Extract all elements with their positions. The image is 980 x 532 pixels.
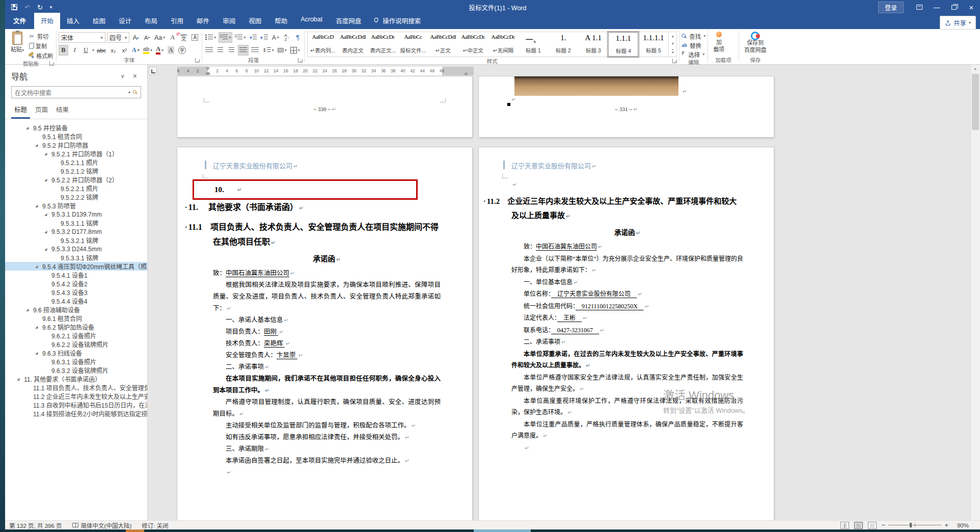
nav-tab-页面[interactable]: 页面	[32, 103, 51, 119]
paragraph[interactable]: 法定代表人： 王彬 ↵	[511, 312, 743, 325]
page-330[interactable]: ~ 330 ~↵	[177, 76, 472, 137]
clear-formatting-button[interactable]: A	[168, 32, 177, 43]
nav-tree-item[interactable]: 11.4 接到捞油任务2小时内能够到达指定捞...	[5, 409, 147, 418]
nav-tree-item[interactable]: ◢9.5.3 防喷管	[5, 201, 147, 210]
align-right-button[interactable]	[227, 45, 236, 56]
style-card[interactable]: AaBbCcDdI↵正文	[428, 32, 458, 57]
customize-qat-icon[interactable]: ▾	[50, 5, 52, 10]
highlight-color-button[interactable]: ab▾	[142, 45, 153, 56]
line-spacing-button[interactable]: ⇕▾	[261, 45, 275, 56]
paragraph[interactable]: 主动接受相关单位及监管部门的监督与管理，积极配合各项工作。↵	[213, 420, 441, 432]
read-mode-button[interactable]	[840, 522, 849, 529]
paragraph[interactable]: ↵	[511, 442, 743, 455]
ribbon-tab-1[interactable]: 开始	[34, 13, 60, 29]
paragraph[interactable]: 本单位高度重视环境保护工作，严格遵守环保法律法规，采取有效措施防治污染，保护生态…	[511, 395, 743, 419]
replace-button[interactable]: ab替换	[682, 41, 705, 49]
ribbon-tab-6[interactable]: 引用	[164, 13, 190, 29]
show-marks-button[interactable]: ¶	[293, 32, 303, 43]
grow-font-button[interactable]: A▴	[131, 32, 141, 43]
font-color-button[interactable]: A▾	[155, 45, 165, 56]
expand-arrow-icon[interactable]: ◢	[35, 143, 42, 147]
paragraph[interactable]: 安全管理负责人：卞显崇 ↵	[213, 350, 441, 361]
paragraph[interactable]: ▪11.1 项目负责人、技术负责人、安全管理负责人在项目实施期间不得在其他项目任…	[213, 220, 441, 250]
style-card[interactable]: AaBbCcDc表内正文...	[368, 32, 398, 57]
paragraph[interactable]: 单位名称： 辽宁天意实业股份有限公司 ↵	[511, 288, 743, 301]
paragraph[interactable]: 联系电话： 0427-3231067 ↵	[511, 325, 743, 337]
character-shading-button[interactable]: A	[166, 45, 176, 56]
expand-arrow-icon[interactable]: ◢	[44, 178, 51, 182]
nav-tree-item[interactable]: ◢9.5.2 井口防喷器	[5, 141, 147, 149]
expand-arrow-icon[interactable]: ◢	[17, 377, 24, 381]
paragraph[interactable]: 一、单位基本信息↵	[511, 277, 743, 289]
style-card[interactable]: 1.标题 2	[548, 32, 578, 57]
expand-arrow-icon[interactable]: ◢	[44, 152, 51, 156]
nav-search-input[interactable]: 在文档中搜索 ▾	[11, 86, 141, 98]
language-indicator[interactable]: 简体中文(中国大陆)	[72, 521, 132, 529]
track-changes-indicator[interactable]: 修订: 关闭	[142, 521, 168, 529]
expand-arrow-icon[interactable]: ◢	[35, 204, 42, 208]
strikethrough-button[interactable]: abc	[96, 45, 107, 56]
multilevel-list-button[interactable]: ▾	[234, 32, 247, 43]
nav-tree-item[interactable]: 9.6.3.2 设备铭牌照片	[5, 366, 147, 375]
print-layout-button[interactable]	[854, 522, 863, 529]
style-card[interactable]: AaBbCcDdI表内正文	[338, 32, 368, 57]
character-border-button[interactable]: A	[190, 32, 200, 43]
find-button[interactable]: 查找▾	[682, 32, 705, 40]
expand-arrow-icon[interactable]: ◢	[26, 126, 33, 130]
style-card[interactable]: AaBbCcDc↵中正文	[458, 32, 488, 57]
paragraph[interactable]: 三、承诺期限↵	[213, 443, 441, 455]
nav-tree-item[interactable]: 9.5.4.2 设备2	[5, 279, 147, 288]
nav-tree-item[interactable]: 9.5.2.2.2 铭牌	[5, 193, 147, 201]
undo-icon[interactable]: ↶	[24, 4, 30, 11]
underline-button[interactable]: U	[81, 45, 91, 56]
nav-tree-item[interactable]: 9.5.3.1.1 铭牌	[5, 219, 147, 227]
style-card[interactable]: 1.1.1标题 4	[608, 32, 638, 57]
expand-arrow-icon[interactable]: ◢	[44, 247, 51, 251]
paragraph[interactable]: 10.↵	[193, 179, 418, 200]
nav-tree-item[interactable]: ◢9.5.4 液压剪切Φ20mm钢丝绳工具（照...	[5, 262, 147, 271]
font-name-combo[interactable]: 宋体▾	[59, 32, 105, 43]
nav-tab-标题[interactable]: 标题	[11, 103, 30, 119]
save-icon[interactable]	[11, 4, 17, 10]
page-332[interactable]: 辽宁天意实业股份有限公司↵10.↵▪11. 其他要求（书面承诺函）↵▪11.1 …	[177, 147, 472, 520]
asian-layout-button[interactable]: A▾	[270, 32, 280, 43]
redo-icon[interactable]: ↻	[37, 4, 43, 11]
expand-arrow-icon[interactable]: ◢	[44, 212, 51, 217]
ribbon-tab-file[interactable]: 文件	[5, 13, 34, 29]
nav-tree-item[interactable]: 9.6.1 租赁合同	[5, 314, 147, 323]
nav-tree-item[interactable]: 11.1 项目负责人、技术负责人、安全管理负...	[5, 383, 147, 392]
style-card[interactable]: 一、标题 1	[518, 32, 548, 57]
ribbon-tab-11[interactable]: Acrobat	[294, 13, 329, 29]
nav-tree-item[interactable]: 9.5.2.1.1 照片	[5, 158, 147, 167]
nav-tree-item[interactable]: 9.6.2.1 设备照片	[5, 331, 147, 340]
sort-button[interactable]: AZ↓	[282, 32, 291, 43]
page-indicator[interactable]: 第 132 页, 共 396 页	[9, 521, 62, 529]
italic-button[interactable]: I	[70, 45, 79, 56]
expand-arrow-icon[interactable]: ◢	[35, 325, 42, 329]
nav-tree-item[interactable]: ◢9.5.3.1 D139.7mm	[5, 210, 147, 219]
page-331[interactable]: ↵ ↵ ~ 331 ~↵	[479, 76, 774, 137]
nav-collapse-icon[interactable]: ∨	[117, 73, 129, 79]
paragraph[interactable]: 本企业（以下简称“本单位”）为充分展示企业安全生产、环境保护和质量管理的良好形象…	[511, 253, 743, 277]
nav-tree-item[interactable]: 9.6.3.1 设备照片	[5, 357, 147, 366]
ribbon-tab-3[interactable]: 绘图	[86, 13, 112, 29]
borders-button[interactable]: ▾	[289, 45, 301, 56]
web-layout-button[interactable]	[868, 522, 877, 529]
paragraph[interactable]: 致：中国石油冀东油田公司↵	[213, 268, 441, 279]
font-size-combo[interactable]: 四号▾	[107, 32, 129, 43]
paste-button[interactable]: 粘贴▾	[8, 30, 27, 60]
ribbon-tab-2[interactable]: 插入	[60, 13, 86, 29]
align-center-button[interactable]	[215, 45, 225, 56]
ribbon-display-options-button[interactable]	[911, 1, 928, 14]
paragraph[interactable]: 二、承诺事项↵	[511, 336, 743, 349]
close-button[interactable]: ×	[963, 1, 980, 14]
tell-me-search[interactable]: 操作说明搜索	[368, 16, 426, 29]
right-indent-marker[interactable]	[464, 72, 468, 75]
paragraph[interactable]: 辽宁天意实业股份有限公司↵	[213, 161, 441, 170]
text-effects-button[interactable]: A▾	[131, 45, 141, 56]
styles-gallery-more-button[interactable]: ▴ ▾ ▾	[668, 32, 676, 57]
page-333[interactable]: 辽宁天意实业股份有限公司↵↵▪11.2 企业近三年内未发生较大及以上生产安全事故…	[479, 147, 774, 520]
hanging-indent-marker[interactable]	[206, 72, 210, 75]
nav-tree-item[interactable]: ◢9.6.2 锅炉加热设备	[5, 323, 147, 331]
paragraph[interactable]: ▪11. 其他要求（书面承诺函）↵	[213, 200, 441, 216]
